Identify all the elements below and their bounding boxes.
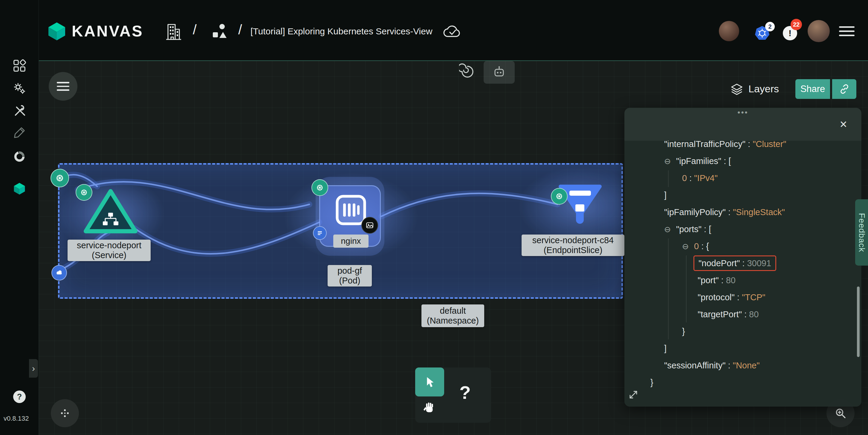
panel-header: ••• × (624, 108, 861, 141)
bot-presence-button[interactable] (484, 61, 515, 83)
json-value: 80 (749, 309, 758, 319)
json-key: "ipFamilyPolicy" (664, 207, 726, 217)
merge-dots-button[interactable] (51, 399, 79, 427)
breadcrumb-separator: / (238, 22, 242, 38)
sidebar-item-dashboard[interactable] (12, 59, 26, 73)
panel-drag-handle[interactable]: ••• (624, 108, 861, 117)
collapse-toggle[interactable]: ⊖ (682, 238, 694, 255)
feedback-tab[interactable]: Feedback (855, 199, 868, 266)
resource-details-panel: "internalTrafficPolicy" : "Cluster" ⊖"ip… (624, 108, 861, 407)
collapse-toggle[interactable]: ⊖ (664, 153, 676, 170)
endpointslice-k8s-badge[interactable] (551, 188, 568, 205)
json-index: 0 (694, 241, 699, 251)
user-avatar[interactable] (808, 20, 830, 42)
design-title: [Tutorial] Exploring Kubernetes Services… (250, 26, 433, 36)
sidebar-item-edit[interactable] (12, 126, 26, 139)
layers-icon[interactable] (730, 82, 743, 96)
service-node[interactable] (82, 187, 139, 237)
notification-count-badge: 22 (790, 19, 802, 30)
json-colon: : (699, 241, 706, 251)
pod-name: pod-gf (337, 266, 362, 276)
json-key: "port" (698, 275, 719, 285)
sidebar-item-toolbox[interactable] (12, 104, 26, 118)
pod-node[interactable]: nginx (319, 185, 381, 247)
json-line: "protocol" : "TCP" (624, 289, 861, 306)
namespace-k8s-badge[interactable] (51, 169, 69, 187)
sidebar-item-kanvas[interactable] (12, 182, 26, 195)
json-colon: : (740, 259, 747, 268)
copy-link-button[interactable] (832, 79, 856, 99)
service-label: service-nodeport (Service) (67, 240, 151, 261)
json-bracket: [ (728, 156, 731, 166)
share-label: Share (801, 83, 825, 94)
collaborator-cursor-icon[interactable] (459, 63, 476, 80)
pod-image-badge[interactable] (361, 217, 378, 234)
version-label: v0.8.132 (4, 415, 29, 423)
json-line: ⊖"ports" : [ (624, 221, 861, 238)
json-colon: : (721, 156, 728, 166)
app-root: KANVAS / / [Tutorial] Exploring Kubernet… (0, 0, 868, 435)
designs-icon[interactable] (211, 23, 227, 41)
cloud-sync-icon[interactable] (442, 25, 463, 39)
json-key: "ports" (676, 224, 702, 234)
pan-tool-button[interactable] (422, 401, 436, 415)
json-bracket: { (706, 241, 709, 251)
json-line-highlighted: "nodePort" : 30091 (624, 255, 861, 272)
collapse-toggle[interactable]: ⊖ (664, 221, 676, 238)
brand-wordmark: KANVAS (72, 22, 144, 40)
json-bracket: ] (664, 343, 666, 353)
json-index: 0 (682, 173, 687, 183)
panel-scrollbar-thumb[interactable] (857, 287, 860, 357)
panel-close-button[interactable]: × (840, 118, 847, 131)
header-menu-icon[interactable] (839, 26, 855, 36)
collaborator-avatar[interactable] (719, 21, 739, 41)
organization-icon[interactable] (164, 22, 182, 41)
sidebar-item-lifecycle[interactable] (12, 81, 26, 95)
json-colon: : (735, 293, 742, 302)
layers-toggle[interactable]: Layers (748, 83, 779, 95)
json-line: ] (624, 187, 861, 204)
canvas-menu-button[interactable] (49, 72, 78, 101)
json-line: "ipFamilyPolicy" : "SingleStack" (624, 204, 861, 221)
pod-label: pod-gf (Pod) (328, 265, 372, 287)
json-key: "protocol" (698, 293, 735, 302)
share-button[interactable]: Share (795, 79, 830, 99)
endpointslice-kind: (EndpointSlice) (544, 245, 602, 255)
json-tree: "internalTrafficPolicy" : "Cluster" ⊖"ip… (624, 136, 861, 391)
json-key: "nodePort" (699, 259, 740, 268)
dots-icon (58, 407, 71, 420)
json-value: "None" (733, 361, 760, 370)
container-label: nginx (333, 235, 369, 248)
json-colon: : (687, 173, 694, 183)
json-value: 30091 (747, 259, 771, 268)
json-line: ⊖0 : { (624, 238, 861, 255)
service-name: service-nodeport (77, 240, 142, 250)
help-button[interactable]: ? (13, 391, 26, 403)
namespace-name: default (440, 306, 466, 316)
canvas-help-button[interactable]: ? (444, 382, 486, 403)
notification-alert-icon[interactable]: ! 22 (783, 26, 797, 40)
json-value: "SingleStack" (733, 207, 785, 217)
indent-guide (686, 256, 687, 322)
panel-expand-icon[interactable] (628, 389, 639, 400)
json-line: ] (624, 340, 861, 357)
pod-k8s-badge[interactable] (311, 179, 328, 196)
json-colon: : (726, 207, 733, 217)
sidebar-item-analytics[interactable] (12, 150, 26, 163)
json-bracket: [ (709, 224, 711, 234)
pod-detail-badge[interactable] (313, 226, 327, 240)
json-bracket: } (650, 378, 653, 387)
namespace-label: default (Namespace) (422, 304, 484, 327)
namespace-kind: (Namespace) (427, 316, 479, 326)
json-colon: : (725, 361, 733, 370)
endpointslice-name: service-nodeport-c84 (532, 235, 614, 245)
json-line: 0 : "IPv4" (624, 170, 861, 187)
hand-icon (422, 401, 436, 415)
kanvas-logo-icon[interactable] (46, 21, 67, 41)
json-colon: : (702, 224, 709, 234)
namespace-cloud-badge[interactable] (52, 265, 67, 280)
kubernetes-context-icon[interactable]: 2 (754, 25, 770, 41)
link-icon (839, 83, 850, 95)
select-tool-button[interactable] (415, 367, 444, 397)
sidebar-expand-chevron[interactable]: › (29, 359, 38, 378)
